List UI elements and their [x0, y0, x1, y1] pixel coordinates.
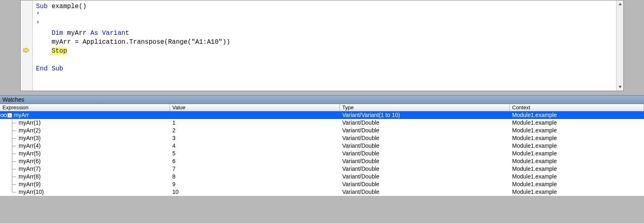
code-token-stop-highlight: Stop [51, 47, 67, 55]
scroll-down-icon[interactable] [616, 83, 623, 91]
watch-type: Variant/Variant(1 to 10) [340, 111, 510, 119]
tree-branch-icon [7, 134, 19, 142]
watches-header-type[interactable]: Type [340, 104, 510, 111]
code-token: ' [36, 12, 40, 19]
tree-branch-icon [7, 188, 19, 196]
code-token: Sub [36, 3, 48, 10]
watch-context: Module1.example [510, 181, 644, 188]
scroll-up-icon[interactable] [616, 0, 623, 8]
scrollbar-track[interactable] [616, 8, 623, 83]
watch-context: Module1.example [510, 119, 644, 127]
watch-expression: myArr(10) [19, 188, 44, 196]
watches-header-value[interactable]: Value [170, 104, 340, 111]
watch-context: Module1.example [510, 134, 644, 142]
watches-header-context[interactable]: Context [510, 104, 644, 111]
code-editor-frame: Sub example() ' ' Dim myArr As Variant m… [20, 0, 624, 91]
watch-glasses-icon [0, 113, 7, 117]
watch-row[interactable]: myArr(3)3Variant/DoubleModule1.example [0, 134, 644, 142]
watch-row[interactable]: myArr(7)7Variant/DoubleModule1.example [0, 165, 644, 173]
svg-point-3 [1, 114, 4, 117]
code-token: myArr = Application.Transpose(Range("A1:… [36, 38, 230, 46]
svg-marker-0 [23, 48, 29, 53]
watch-row[interactable]: myArr(5)5Variant/DoubleModule1.example [0, 150, 644, 157]
svg-point-4 [4, 114, 7, 117]
watch-value: 10 [170, 188, 340, 196]
tree-branch-icon [7, 142, 19, 150]
watches-pane: Expression Value Type Context - myArr Va… [0, 104, 644, 196]
code-token [36, 47, 51, 55]
code-token: End Sub [36, 65, 63, 72]
vertical-scrollbar[interactable] [616, 0, 623, 91]
watch-value: 5 [170, 150, 340, 157]
watch-context: Module1.example [510, 111, 644, 119]
watch-type: Variant/Double [340, 150, 510, 157]
watch-value: 8 [170, 173, 340, 181]
watch-expression: myArr(9) [19, 181, 40, 188]
watch-value: 9 [170, 181, 340, 188]
watch-row[interactable]: myArr(9)9Variant/DoubleModule1.example [0, 181, 644, 188]
code-token: myArr [63, 30, 90, 37]
code-gutter [21, 0, 33, 91]
watch-type: Variant/Double [340, 181, 510, 188]
tree-branch-icon [7, 127, 19, 134]
watch-expression: myArr(7) [19, 165, 40, 173]
watch-context: Module1.example [510, 165, 644, 173]
watch-type: Variant/Double [340, 142, 510, 150]
execution-pointer-icon [23, 48, 30, 53]
watch-expression: myArr(3) [19, 134, 40, 142]
code-token: As [90, 30, 98, 37]
watch-expression: myArr [14, 111, 29, 119]
watch-type: Variant/Double [340, 173, 510, 181]
code-token: Dim [36, 30, 63, 37]
tree-collapse-toggle[interactable]: - [7, 113, 12, 118]
watch-value: 7 [170, 165, 340, 173]
watch-value: 6 [170, 157, 340, 165]
watch-context: Module1.example [510, 142, 644, 150]
code-editor-container: Sub example() ' ' Dim myArr As Variant m… [0, 0, 644, 95]
watch-row[interactable]: myArr(2)2Variant/DoubleModule1.example [0, 127, 644, 134]
watch-row[interactable]: myArr(1)1Variant/DoubleModule1.example [0, 119, 644, 127]
watch-type: Variant/Double [340, 165, 510, 173]
watch-context: Module1.example [510, 157, 644, 165]
watch-value: 2 [170, 127, 340, 134]
watches-header-row: Expression Value Type Context [0, 104, 644, 111]
watch-row[interactable]: myArr(8)8Variant/DoubleModule1.example [0, 173, 644, 181]
watches-pane-title: Watches [0, 95, 644, 104]
watch-value: 3 [170, 134, 340, 142]
watch-context: Module1.example [510, 150, 644, 157]
watch-expression: myArr(2) [19, 127, 40, 134]
watch-value [170, 111, 340, 119]
watch-expression: myArr(1) [19, 119, 40, 127]
tree-branch-icon [7, 165, 19, 173]
tree-branch-icon [7, 181, 19, 188]
tree-branch-icon [7, 119, 19, 127]
svg-marker-1 [619, 3, 622, 5]
watch-type: Variant/Double [340, 127, 510, 134]
tree-branch-icon [7, 150, 19, 157]
watch-context: Module1.example [510, 173, 644, 181]
code-editor[interactable]: Sub example() ' ' Dim myArr As Variant m… [33, 0, 616, 91]
code-token: Variant [98, 30, 129, 37]
watch-row[interactable]: myArr(10)10Variant/DoubleModule1.example [0, 188, 644, 196]
watch-type: Variant/Double [340, 188, 510, 196]
watch-type: Variant/Double [340, 157, 510, 165]
watch-row[interactable]: myArr(4)4Variant/DoubleModule1.example [0, 142, 644, 150]
svg-marker-2 [619, 86, 622, 88]
tree-branch-icon [7, 157, 19, 165]
tree-branch-icon [7, 173, 19, 181]
watch-expression: myArr(6) [19, 157, 40, 165]
watch-context: Module1.example [510, 127, 644, 134]
watch-type: Variant/Double [340, 119, 510, 127]
watch-context: Module1.example [510, 188, 644, 196]
watch-expression: myArr(8) [19, 173, 40, 181]
watch-type: Variant/Double [340, 134, 510, 142]
watch-value: 1 [170, 119, 340, 127]
code-token: example() [48, 3, 87, 10]
watch-expression: myArr(5) [19, 150, 40, 157]
watch-expression: myArr(4) [19, 142, 40, 150]
watch-row-root[interactable]: - myArr Variant/Variant(1 to 10) Module1… [0, 111, 644, 119]
watch-value: 4 [170, 142, 340, 150]
watch-row[interactable]: myArr(6)6Variant/DoubleModule1.example [0, 157, 644, 165]
code-token: ' [36, 21, 40, 28]
watches-header-expression[interactable]: Expression [0, 104, 170, 111]
